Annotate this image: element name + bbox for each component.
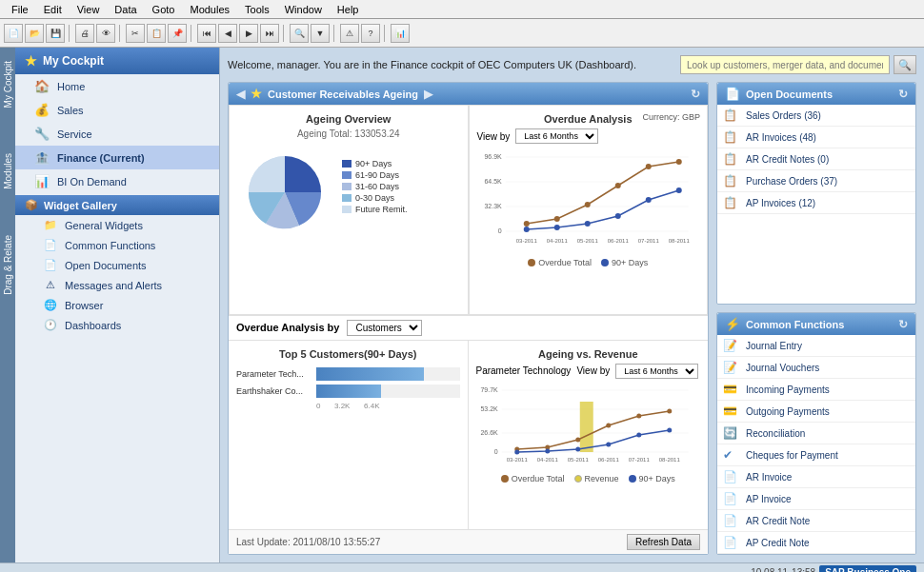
open-docs-header-left: 📄 Open Documents <box>725 87 833 101</box>
func-icon-5: ✔ <box>723 448 738 462</box>
bar-fill-1 <box>316 367 424 381</box>
main-panel-title: Customer Receivables Ageing <box>268 89 418 100</box>
toolbar-find[interactable]: 🔍 <box>290 24 309 43</box>
sidebar-sub-browser[interactable]: 🌐 Browser <box>15 295 219 315</box>
toolbar-preview[interactable]: 👁 <box>96 24 115 43</box>
common-funcs-refresh[interactable]: ↻ <box>898 318 908 331</box>
side-tab-cockpit[interactable]: My Cockpit <box>1 57 15 111</box>
svg-point-44 <box>636 432 641 437</box>
toolbar-new[interactable]: 📄 <box>4 24 23 43</box>
charts-grid: Currency: GBP Ageing Overview Ageing Tot… <box>229 105 708 529</box>
toolbar-extra[interactable]: 📊 <box>391 24 410 43</box>
main-panel-header: ◀ ★ Customer Receivables Ageing ▶ ↻ <box>229 83 708 105</box>
search-input[interactable] <box>680 55 890 74</box>
sidebar-item-service[interactable]: 🔧 Service <box>15 122 219 146</box>
bar-row-1: Parameter Tech... <box>236 367 460 381</box>
bi-icon: 📊 <box>34 174 50 188</box>
toolbar-first[interactable]: ⏮ <box>197 24 216 43</box>
toolbar-sep-5 <box>333 25 336 42</box>
toolbar-save[interactable]: 💾 <box>46 24 65 43</box>
overdue-controls: View by Last 6 Months <box>477 128 700 144</box>
doc-icon-2: 📋 <box>723 152 738 166</box>
func-icon-7: 📄 <box>723 492 738 505</box>
sidebar-item-sales[interactable]: 💰 Sales <box>15 98 219 122</box>
search-button[interactable]: 🔍 <box>894 55 916 74</box>
side-tab-drag[interactable]: Drag & Relate <box>1 231 15 299</box>
toolbar-last[interactable]: ⏭ <box>260 24 279 43</box>
doc-item-3[interactable]: 📋 Purchase Orders (37) <box>717 170 915 192</box>
sidebar-widget-gallery[interactable]: 📦 Widget Gallery <box>15 195 219 215</box>
menu-edit[interactable]: Edit <box>36 3 70 16</box>
sidebar-sub-dashboards[interactable]: 🕐 Dashboards <box>15 315 219 335</box>
refresh-button[interactable]: Refresh Data <box>627 534 700 550</box>
toolbar-print[interactable]: 🖨 <box>75 24 94 43</box>
menu-window[interactable]: Window <box>277 3 330 16</box>
panel-nav-left[interactable]: ◀ <box>236 88 245 101</box>
sidebar-item-finance[interactable]: 🏦 Finance (Current) <box>15 146 219 169</box>
doc-item-2[interactable]: 📋 AR Credit Notes (0) <box>717 148 915 170</box>
side-tab-modules[interactable]: Modules <box>1 149 15 193</box>
open-docs-refresh[interactable]: ↻ <box>898 88 908 101</box>
func-item-5[interactable]: ✔ Cheques for Payment <box>717 444 915 466</box>
panel-refresh-icon[interactable]: ↻ <box>691 88 700 101</box>
func-item-9[interactable]: 📄 AP Credit Note <box>717 532 915 554</box>
toolbar-filter[interactable]: ▼ <box>311 24 330 43</box>
last-update-text: Last Update: 2011/08/10 13:55:27 <box>236 537 380 547</box>
menu-file[interactable]: File <box>4 3 36 16</box>
toolbar-next[interactable]: ▶ <box>239 24 258 43</box>
doc-icon-0: 📋 <box>723 108 738 122</box>
sidebar-sub-general[interactable]: 📁 General Widgets <box>15 215 219 235</box>
menu-data[interactable]: Data <box>107 3 144 16</box>
menu-view[interactable]: View <box>70 3 108 16</box>
sidebar-sub-common[interactable]: 📄 Common Functions <box>15 235 219 255</box>
menu-goto[interactable]: Goto <box>145 3 183 16</box>
func-item-2[interactable]: 💳 Incoming Payments <box>717 379 915 401</box>
menu-tools[interactable]: Tools <box>237 3 277 16</box>
overdue-category-select[interactable]: Customers <box>347 320 422 336</box>
func-item-3[interactable]: 💳 Outgoing Payments <box>717 401 915 423</box>
doc-item-0[interactable]: 📋 Sales Orders (36) <box>717 105 915 127</box>
toolbar-help[interactable]: ? <box>361 24 380 43</box>
func-item-1[interactable]: 📝 Journal Vouchers <box>717 357 915 379</box>
func-item-4[interactable]: 🔄 Reconciliation <box>717 423 915 444</box>
panel-nav-right[interactable]: ▶ <box>424 88 432 101</box>
ageing-revenue-controls: Parameter Technology View by Last 6 Mont… <box>476 364 701 379</box>
view-by-label-2: View by <box>576 365 610 376</box>
toolbar-cut[interactable]: ✂ <box>126 24 145 43</box>
func-item-7[interactable]: 📄 AP Invoice <box>717 488 915 510</box>
func-icon-0: 📝 <box>723 339 738 352</box>
menu-help[interactable]: Help <box>330 3 367 16</box>
pie-chart <box>237 145 332 230</box>
func-item-0[interactable]: 📝 Journal Entry <box>717 335 915 357</box>
sidebar-sub-messages[interactable]: ⚠ Messages and Alerts <box>15 275 219 295</box>
toolbar-sep-3 <box>191 25 193 42</box>
sidebar-item-home[interactable]: 🏠 Home <box>15 74 219 98</box>
svg-text:04-2011: 04-2011 <box>546 238 568 244</box>
doc-item-4[interactable]: 📋 AP Invoices (12) <box>717 192 915 214</box>
period-select[interactable]: Last 6 Months <box>515 128 598 144</box>
func-item-6[interactable]: 📄 AR Invoice <box>717 466 915 488</box>
toolbar-copy[interactable]: 📋 <box>147 24 166 43</box>
toolbar-open[interactable]: 📂 <box>25 24 44 43</box>
revenue-bar <box>579 402 593 452</box>
sidebar-item-bi[interactable]: 📊 BI On Demand <box>15 169 219 193</box>
legend-61to90: 61-90 Days <box>342 170 408 180</box>
common-funcs-icon: ⚡ <box>725 317 740 331</box>
legend-90plus-line: 90+ Days <box>601 258 648 267</box>
toolbar-prev[interactable]: ◀ <box>218 24 237 43</box>
svg-point-8 <box>523 221 529 227</box>
ageing-period-select[interactable]: Last 6 Months <box>615 364 698 379</box>
doc-item-1[interactable]: 📋 AR Invoices (48) <box>717 127 915 148</box>
menu-modules[interactable]: Modules <box>182 3 237 16</box>
sidebar-sub-opendocs[interactable]: 📄 Open Documents <box>15 255 219 275</box>
svg-point-10 <box>584 202 590 207</box>
open-docs-list: 📋 Sales Orders (36) 📋 AR Invoices (48) 📋… <box>717 105 915 214</box>
open-documents-panel: 📄 Open Documents ↻ 📋 Sales Orders (36) 📋 <box>716 82 916 305</box>
legend-0to30: 0-30 Days <box>342 193 408 203</box>
func-item-8[interactable]: 📄 AR Credit Note <box>717 510 915 532</box>
toolbar-alert[interactable]: ⚠ <box>340 24 359 43</box>
ageing-revenue-cell: Ageing vs. Revenue Parameter Technology … <box>469 341 709 530</box>
panel-footer: Last Update: 2011/08/10 13:55:27 Refresh… <box>229 529 708 554</box>
main-panel: ◀ ★ Customer Receivables Ageing ▶ ↻ Curr… <box>228 82 709 555</box>
toolbar-paste[interactable]: 📌 <box>168 24 187 43</box>
